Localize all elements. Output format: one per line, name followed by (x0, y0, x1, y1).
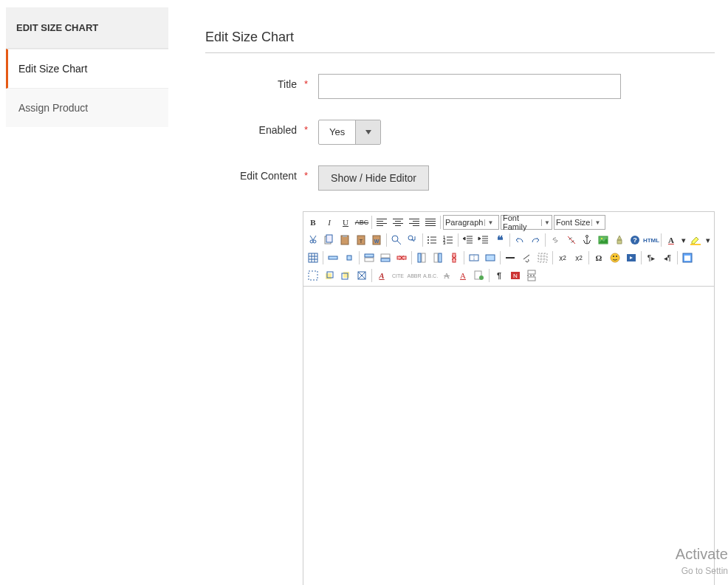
unordered-list-icon[interactable] (425, 233, 440, 247)
row-after-icon[interactable] (378, 250, 393, 265)
visual-aid-icon[interactable] (535, 250, 550, 265)
del-icon[interactable]: A (439, 268, 454, 283)
emoticon-icon[interactable] (608, 250, 622, 265)
svg-rect-54 (528, 270, 535, 274)
subscript-icon[interactable]: x2 (555, 250, 570, 265)
rtl-icon[interactable]: ◂¶ (660, 250, 675, 265)
svg-rect-44 (309, 271, 317, 280)
strikethrough-icon[interactable]: ABC (354, 215, 369, 230)
svg-rect-37 (538, 253, 547, 262)
cell-props-icon[interactable] (342, 250, 357, 265)
svg-rect-27 (381, 254, 390, 258)
help-icon[interactable]: ? (628, 233, 642, 247)
cleanup-icon[interactable] (612, 233, 627, 247)
unlink-icon[interactable] (564, 233, 579, 247)
cut-icon[interactable] (306, 233, 320, 247)
layer-backward-icon[interactable] (338, 268, 353, 283)
font-family-dropdown[interactable]: Font Family▼ (501, 215, 552, 230)
enabled-select[interactable]: Yes (318, 120, 381, 145)
col-after-icon[interactable] (430, 250, 445, 265)
col-delete-icon[interactable] (447, 250, 461, 265)
indent-icon[interactable] (477, 233, 492, 247)
html-icon[interactable]: HTML (644, 233, 659, 247)
textcolor-arrow[interactable]: ▾ (680, 233, 687, 247)
svg-text:N: N (513, 273, 518, 279)
svg-rect-1 (326, 235, 332, 242)
link-icon[interactable] (548, 233, 563, 247)
format-dropdown[interactable]: Paragraph▼ (443, 215, 499, 230)
enabled-label: Enabled (205, 120, 301, 136)
enabled-select-arrow[interactable] (355, 120, 380, 144)
rich-text-editor: B I U ABC Paragraph▼ Font Family▼ Font S… (303, 211, 715, 585)
blockquote-icon[interactable]: ❝ (492, 233, 507, 247)
pagebreak-icon[interactable] (524, 268, 539, 283)
textcolor-icon[interactable]: A (664, 233, 679, 247)
highlight-icon[interactable] (689, 233, 704, 247)
svg-rect-28 (381, 259, 390, 261)
copy-icon[interactable] (322, 233, 337, 247)
highlight-arrow[interactable]: ▾ (704, 233, 712, 247)
svg-rect-45 (326, 273, 332, 279)
align-center-icon[interactable] (391, 215, 405, 230)
paste-word-icon[interactable]: W (370, 233, 385, 247)
svg-text:3: 3 (443, 241, 446, 245)
show-hide-editor-button[interactable]: Show / Hide Editor (318, 165, 429, 191)
replace-icon[interactable] (405, 233, 420, 247)
row-before-icon[interactable] (362, 250, 377, 265)
align-left-icon[interactable] (374, 215, 389, 230)
cite-icon[interactable]: CITE (391, 268, 405, 283)
redo-icon[interactable] (528, 233, 543, 247)
layer-absolute-icon[interactable] (354, 268, 369, 283)
fullscreen-icon[interactable] (680, 250, 695, 265)
italic-icon[interactable]: I (322, 215, 337, 230)
align-right-icon[interactable] (407, 215, 422, 230)
sidebar-header: EDIT SIZE CHART (6, 7, 168, 49)
acronym-icon[interactable]: A.B.C. (423, 268, 438, 283)
merge-cells-icon[interactable] (483, 250, 498, 265)
watermark: Activate (676, 546, 728, 563)
abbr-icon[interactable]: ABBR (407, 268, 422, 283)
required-asterisk: * (304, 74, 308, 89)
visual-chars-icon[interactable]: ¶ (492, 268, 506, 283)
special-char-icon[interactable]: Ω (591, 250, 606, 265)
ins-icon[interactable]: A (456, 268, 470, 283)
ordered-list-icon[interactable]: 123 (441, 233, 456, 247)
media-icon[interactable] (624, 250, 639, 265)
layer-icon[interactable] (306, 268, 320, 283)
col-before-icon[interactable] (414, 250, 429, 265)
split-cells-icon[interactable] (467, 250, 481, 265)
image-icon[interactable] (596, 233, 611, 247)
font-size-dropdown[interactable]: Font Size▼ (554, 215, 605, 230)
row-props-icon[interactable] (326, 250, 340, 265)
svg-rect-23 (329, 256, 337, 259)
watermark-sub: Go to Settin (681, 566, 728, 576)
paste-icon[interactable] (337, 233, 352, 247)
ltr-icon[interactable]: ¶▸ (644, 250, 659, 265)
style-props-icon[interactable]: A (374, 268, 389, 283)
outdent-icon[interactable] (461, 233, 475, 247)
anchor-icon[interactable] (580, 233, 594, 247)
nbsp-icon[interactable]: N (508, 268, 523, 283)
sidebar-tab-edit-size-chart[interactable]: Edit Size Chart (6, 49, 168, 89)
svg-rect-36 (486, 255, 495, 261)
editor-content-area[interactable] (303, 287, 714, 585)
undo-icon[interactable] (512, 233, 527, 247)
svg-point-12 (427, 242, 429, 244)
find-icon[interactable] (389, 233, 404, 247)
sidebar-tab-assign-product[interactable]: Assign Product (6, 89, 168, 127)
svg-rect-55 (528, 277, 535, 281)
underline-icon[interactable]: U (338, 215, 353, 230)
align-justify-icon[interactable] (423, 215, 438, 230)
table-icon[interactable] (306, 250, 320, 265)
page-title: Edit Size Chart (205, 30, 715, 53)
layer-forward-icon[interactable] (322, 268, 337, 283)
svg-rect-22 (309, 253, 317, 262)
row-delete-icon[interactable] (394, 250, 409, 265)
remove-format-icon[interactable] (519, 250, 534, 265)
paste-text-icon[interactable]: T (354, 233, 368, 247)
superscript-icon[interactable]: x2 (571, 250, 586, 265)
horizontal-rule-icon[interactable] (503, 250, 518, 265)
bold-icon[interactable]: B (306, 215, 320, 230)
title-input[interactable] (318, 74, 621, 99)
attribs-icon[interactable] (472, 268, 487, 283)
